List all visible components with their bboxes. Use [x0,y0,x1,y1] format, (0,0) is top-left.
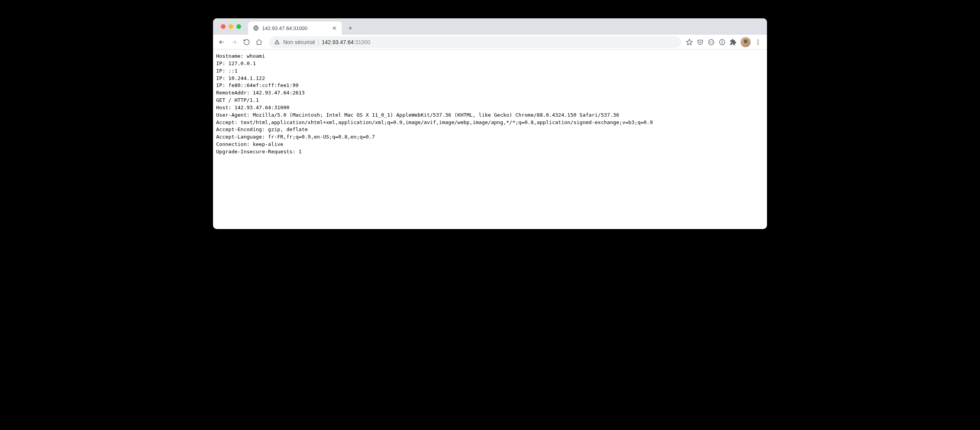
security-label: Non sécurisé [283,39,315,45]
menu-icon[interactable] [755,39,762,46]
window-controls [217,18,245,35]
not-secure-icon [274,39,280,45]
svg-point-7 [758,39,759,41]
url-host: 142.93.47.64 [322,39,354,45]
svg-rect-4 [710,42,710,43]
tab-title: 142.93.47.64:31000 [262,25,328,31]
svg-rect-5 [712,42,713,43]
tab-bar: 142.93.47.64:31000 [213,18,767,35]
back-button[interactable] [216,37,227,48]
svg-point-8 [758,41,759,43]
bookmark-icon[interactable] [686,39,693,46]
window-close-button[interactable] [221,24,225,29]
globe-icon [253,25,259,31]
profile-avatar[interactable] [740,37,751,47]
divider [318,39,319,45]
page-content: Hostname: whoami IP: 127.0.0.1 IP: ::1 I… [213,50,767,229]
extension-onepassword-icon[interactable] [719,39,726,46]
browser-window: 142.93.47.64:31000 [213,18,767,229]
forward-button[interactable] [229,37,240,48]
reload-button[interactable] [241,37,252,48]
extensions-icon[interactable] [730,39,737,46]
toolbar: Non sécurisé 142.93.47.64:31000 [213,35,767,50]
svg-rect-2 [710,41,710,42]
pocket-icon[interactable] [697,39,704,46]
new-tab-button[interactable] [345,23,356,34]
extension-shortcut-icon[interactable] [708,39,715,46]
url-port: :31000 [353,39,370,45]
tab-close-button[interactable] [332,25,337,31]
window-maximize-button[interactable] [236,24,241,29]
svg-point-9 [758,43,759,44]
address-bar[interactable]: Non sécurisé 142.93.47.64:31000 [269,36,681,48]
home-button[interactable] [254,37,265,48]
svg-rect-3 [712,41,713,42]
toolbar-actions [686,37,764,47]
window-minimize-button[interactable] [229,24,233,29]
svg-point-1 [708,39,714,45]
url: 142.93.47.64:31000 [322,39,371,45]
browser-tab[interactable]: 142.93.47.64:31000 [248,21,342,35]
response-text: Hostname: whoami IP: 127.0.0.1 IP: ::1 I… [216,53,764,156]
